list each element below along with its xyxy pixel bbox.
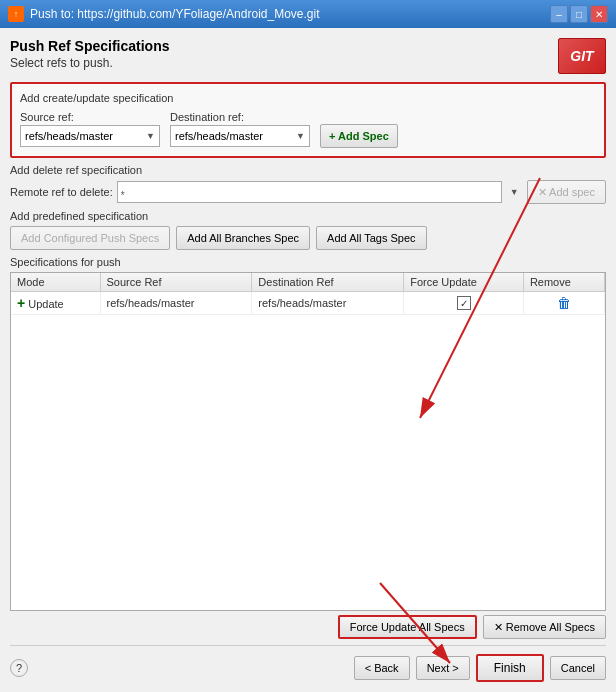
specs-table-header-row: Mode Source Ref Destination Ref Force Up… [11,273,605,292]
add-all-tags-spec-button[interactable]: Add All Tags Spec [316,226,426,250]
specs-label: Specifications for push [10,256,606,268]
delete-ref-arrow-icon: ▼ [506,187,523,197]
dest-ref-arrow-icon: ▼ [292,131,305,141]
window-controls[interactable]: – □ ✕ [550,5,608,23]
trash-icon[interactable]: 🗑 [557,295,571,311]
col-mode: Mode [11,273,100,292]
source-ref-value: refs/heads/master [25,130,113,142]
col-source-ref: Source Ref [100,273,252,292]
finish-button[interactable]: Finish [476,654,544,682]
col-force-update: Force Update [404,273,524,292]
add-spec-delete-button[interactable]: ✕ Add spec [527,180,606,204]
create-update-label: Add create/update specification [20,92,596,104]
delete-section: Add delete ref specification Remote ref … [10,164,606,204]
row-source-ref: refs/heads/master [100,292,252,315]
predefined-label: Add predefined specification [10,210,606,222]
remote-ref-input[interactable] [117,181,502,203]
force-update-checkbox[interactable]: ✓ [457,296,471,310]
source-ref-arrow-icon: ▼ [142,131,155,141]
source-ref-label: Source ref: [20,111,160,123]
dest-ref-value: refs/heads/master [175,130,263,142]
dialog-header: Push Ref Specifications Select refs to p… [10,38,606,74]
dialog-content: Push Ref Specifications Select refs to p… [0,28,616,692]
maximize-button[interactable]: □ [570,5,588,23]
remove-all-specs-button[interactable]: ✕ Remove All Specs [483,615,606,639]
source-ref-group: Source ref: refs/heads/master ▼ [20,111,160,147]
dialog-title: Push Ref Specifications [10,38,169,54]
col-dest-ref: Destination Ref [252,273,404,292]
predefined-buttons-group: Add Configured Push Specs Add All Branch… [10,226,606,250]
dest-ref-select[interactable]: refs/heads/master ▼ [170,125,310,147]
remote-ref-label: Remote ref to delete: [10,186,113,198]
minimize-button[interactable]: – [550,5,568,23]
add-all-branches-spec-button[interactable]: Add All Branches Spec [176,226,310,250]
specs-table-wrapper: Mode Source Ref Destination Ref Force Up… [10,272,606,611]
add-configured-push-specs-button[interactable]: Add Configured Push Specs [10,226,170,250]
source-ref-select[interactable]: refs/heads/master ▼ [20,125,160,147]
dest-ref-label: Destination ref: [170,111,310,123]
help-button[interactable]: ? [10,659,28,677]
delete-section-label: Add delete ref specification [10,164,606,176]
window-title: Push to: https://github.com/YFoliage/And… [30,7,320,21]
row-dest-ref: refs/heads/master [252,292,404,315]
specs-table: Mode Source Ref Destination Ref Force Up… [11,273,605,315]
dialog-subtitle: Select refs to push. [10,56,169,70]
force-update-all-button[interactable]: Force Update All Specs [338,615,477,639]
cancel-button[interactable]: Cancel [550,656,606,680]
table-row: + Update refs/heads/master refs/heads/ma… [11,292,605,315]
dest-ref-group: Destination ref: refs/heads/master ▼ [170,111,310,147]
plus-icon: + [17,295,25,311]
title-bar: ↑ Push to: https://github.com/YFoliage/A… [0,0,616,28]
row-force-update[interactable]: ✓ [404,292,524,315]
specs-section: Specifications for push Mode Source Ref … [10,256,606,639]
add-spec-button[interactable]: + Add Spec [320,124,398,148]
git-logo: GIT [558,38,606,74]
back-button[interactable]: < Back [354,656,410,680]
col-remove: Remove [523,273,604,292]
asterisk-marker: * [121,190,125,201]
row-mode: + Update [11,292,100,315]
table-actions: Force Update All Specs ✕ Remove All Spec… [10,615,606,639]
app-icon: ↑ [8,6,24,22]
next-button[interactable]: Next > [416,656,470,680]
create-update-section: Add create/update specification Source r… [10,82,606,158]
dialog-footer: ? < Back Next > Finish Cancel [10,645,606,682]
close-button[interactable]: ✕ [590,5,608,23]
mode-text: Update [28,298,63,310]
row-remove[interactable]: 🗑 [523,292,604,315]
predefined-section: Add predefined specification Add Configu… [10,210,606,250]
